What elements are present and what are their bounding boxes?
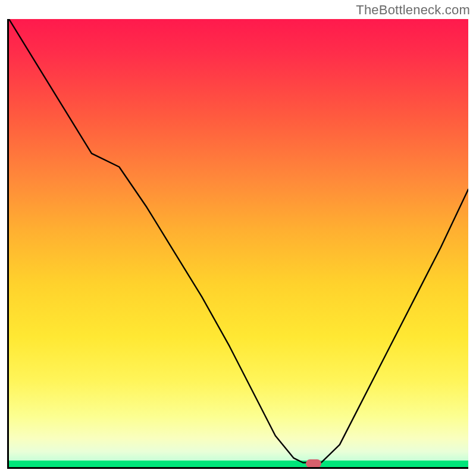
- chart-frame: TheBottleneck.com: [0, 0, 476, 476]
- watermark-text: TheBottleneck.com: [356, 2, 470, 18]
- bottleneck-curve: [9, 19, 468, 462]
- plot-area: [7, 19, 468, 469]
- optimal-marker: [306, 459, 321, 468]
- curve-layer: [9, 19, 468, 467]
